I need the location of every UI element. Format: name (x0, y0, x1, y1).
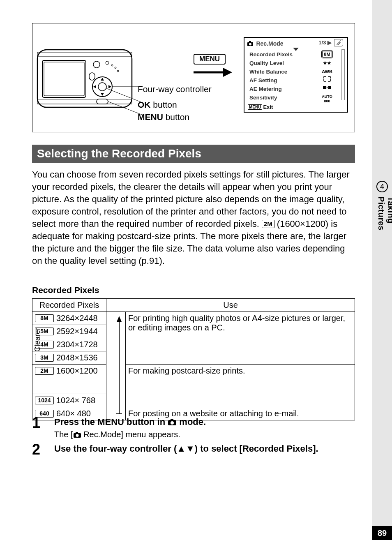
svg-rect-34 (171, 419, 173, 421)
svg-point-35 (171, 421, 174, 425)
callout-ok-button: OK button (138, 100, 177, 110)
table-row: 3M2048×1536 (32, 351, 106, 365)
svg-rect-4 (44, 62, 84, 96)
step-number: 2 (32, 443, 54, 457)
value-recorded-pixels: 8M (322, 51, 332, 58)
chapter-number: 4 (376, 181, 388, 192)
lcd-page-indicator: 1/3 ▶ (318, 39, 332, 46)
value-sensitivity: AUTO 800 (318, 93, 336, 104)
camera-icon (247, 41, 254, 46)
clearer-label: Clearer (33, 328, 42, 352)
svg-point-38 (76, 434, 78, 437)
clearer-arrow-icon (109, 314, 123, 416)
clearer-arrow-cell: Clearer (106, 312, 126, 420)
th-recorded-pixels: Recorded Pixels (32, 299, 106, 312)
th-use: Use (106, 299, 355, 312)
scrollbar (341, 49, 345, 100)
value-ae-icon (318, 85, 336, 93)
lcd-menu-values: 8M ★★ AWB AUTO 800 (318, 50, 336, 104)
menu-box-icon: MENU (248, 104, 262, 110)
camera-mode-icon (168, 418, 177, 426)
svg-point-6 (106, 61, 109, 65)
ok-label: OK (138, 100, 151, 109)
value-wb: AWB (318, 67, 336, 76)
inline-px-label: 2M (262, 220, 274, 228)
svg-rect-37 (76, 432, 78, 434)
step-desc: The [ Rec.Mode] menu appears. (54, 430, 355, 439)
svg-point-11 (98, 83, 106, 91)
table-row: 5M2592×1944 (32, 325, 106, 338)
tool-tab-icon (334, 39, 343, 46)
svg-rect-24 (249, 41, 251, 43)
menu-bold: MENU (138, 112, 163, 122)
steps-list: 1 Press the MENU button in mode. The [ R… (32, 416, 355, 460)
figure-box: MENU Four-way controller OK button MENU … (32, 23, 355, 132)
step-1: 1 Press the MENU button in mode. The [ R… (32, 416, 355, 439)
lcd-header: Rec.Mode 1/3 ▶ (247, 39, 345, 48)
svg-marker-22 (223, 68, 232, 77)
svg-marker-30 (117, 316, 122, 322)
svg-point-5 (93, 61, 100, 68)
camera-mode-icon (73, 432, 81, 438)
menu-button-label-box: MENU (194, 54, 226, 65)
table-row: 4M2304×1728 (32, 338, 106, 351)
svg-point-25 (249, 43, 251, 45)
chapter-label: Taking Pictures (376, 196, 392, 231)
step-2: 2 Use the four-way controller (▲▼) to se… (32, 443, 355, 457)
svg-rect-16 (89, 73, 95, 80)
table-subheading: Recorded Pixels (32, 285, 99, 295)
menu-rest: button (163, 112, 189, 122)
step-title: Use the four-way controller (▲▼) to sele… (54, 443, 355, 455)
use-top: For printing high quality photos or A4-s… (126, 312, 355, 365)
exit-label: Exit (263, 104, 273, 110)
page-number: 89 (372, 526, 392, 540)
side-strip (372, 0, 392, 540)
svg-rect-17 (97, 99, 108, 104)
recorded-pixels-table: Recorded Pixels Use 8M3264×2448 Clearer … (32, 298, 355, 420)
step-title: Press the MENU button in mode. (54, 416, 355, 428)
arrow-icon (192, 66, 233, 78)
manual-page: 4 Taking Pictures 89 (0, 0, 392, 540)
callout-four-way: Four-way controller (138, 84, 212, 94)
step-number: 1 (32, 416, 54, 439)
lcd-title: Rec.Mode (256, 40, 283, 47)
table-row: 2M1600×1200 (32, 365, 106, 394)
section-heading: Selecting the Recorded Pixels (32, 145, 355, 163)
value-af-icon (318, 76, 336, 85)
value-quality: ★★ (318, 59, 336, 67)
lcd-menu-screen: Rec.Mode 1/3 ▶ Recorded Pixels Quality L… (244, 37, 348, 113)
callout-menu-button: MENU button (138, 112, 189, 122)
svg-point-29 (327, 87, 328, 88)
body-paragraph: You can choose from seven recorded pixel… (32, 168, 355, 267)
camera-illustration (37, 33, 143, 115)
use-mid: For making postcard-size prints. (126, 365, 355, 407)
table-row: 8M3264×2448 (32, 312, 106, 325)
ok-rest: button (151, 100, 177, 109)
lcd-footer: MENUExit (248, 104, 273, 110)
table-row: 10241024× 768 (32, 394, 106, 407)
